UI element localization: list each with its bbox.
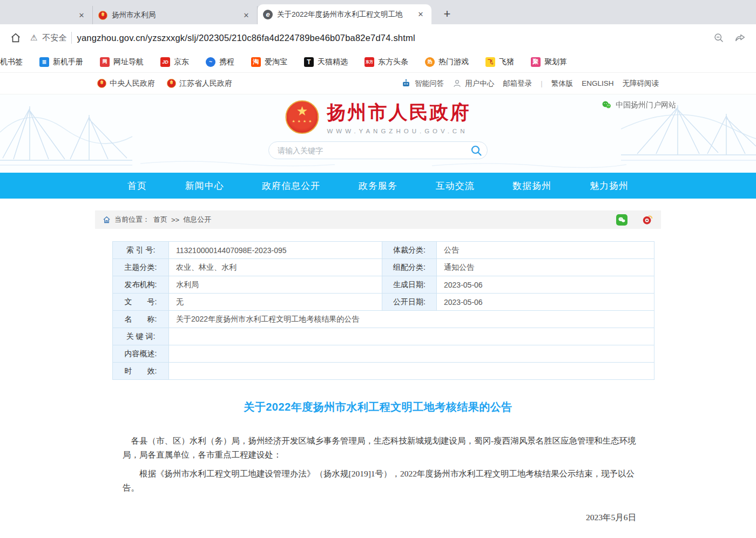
tab-partial[interactable]: ✕ <box>0 6 93 24</box>
site-logo[interactable]: 扬州市人民政府 WWW.YANGZHOU.GOV.CN <box>286 100 471 134</box>
nav-charm[interactable]: 魅力扬州 <box>590 180 629 192</box>
new-tab-button[interactable]: + <box>439 6 455 22</box>
site-url: WWW.YANGZHOU.GOV.CN <box>327 128 471 134</box>
nav-interaction[interactable]: 互动交流 <box>436 180 475 192</box>
fliggy-icon: 飞 <box>485 57 495 67</box>
game-icon: 热 <box>425 57 435 67</box>
bookmark-dongfangtoutiao[interactable]: 东方 东方头条 <box>360 57 413 67</box>
search-icon[interactable] <box>470 144 483 157</box>
bookmark-xinjishouce[interactable]: ≣ 新机手册 <box>35 57 88 67</box>
table-row: 内容概述: <box>113 345 654 363</box>
gov-link-label: 中央人民政府 <box>110 79 155 88</box>
national-emblem-icon <box>286 100 319 134</box>
bookmark-tianmao[interactable]: T 天猫精选 <box>299 57 353 67</box>
page-content: 当前位置： 首页 >> 信息公开 索 引 号: 1132100001 <box>95 210 661 538</box>
link-accessibility[interactable]: 无障碍阅读 <box>623 79 659 88</box>
nav-home[interactable]: 首页 <box>127 180 147 192</box>
jd-icon: JD <box>160 57 170 67</box>
table-row: 索 引 号: 11321000014407098E-2023-095 体裁分类:… <box>113 242 654 259</box>
meta-value: 水利局 <box>169 276 382 294</box>
url-field[interactable]: ⚠ 不安全 yangzhou.gov.cn/yzszxxgk/slj/20230… <box>30 32 705 44</box>
home-icon[interactable] <box>103 216 111 224</box>
gov-emblem-icon <box>97 79 106 88</box>
portal-link[interactable]: 中国扬州门户网站 <box>602 100 676 110</box>
meta-label: 组配分类: <box>382 259 437 276</box>
table-row: 发布机构: 水利局 生成日期: 2023-05-06 <box>113 276 654 294</box>
meta-label: 生成日期: <box>382 276 437 294</box>
bookmark-label: 飞猪 <box>499 57 514 67</box>
bookmark-label: 新机手册 <box>53 57 83 67</box>
breadcrumb-current-link[interactable]: 信息公开 <box>183 215 211 224</box>
share-icon[interactable] <box>734 32 746 44</box>
robot-icon <box>401 78 411 89</box>
warning-icon[interactable]: ⚠ <box>30 33 37 43</box>
tab-shuiliju[interactable]: 扬州市水利局 ✕ <box>93 6 258 24</box>
table-row: 时 效: <box>113 363 654 380</box>
bookmark-juhuasuan[interactable]: 聚 聚划算 <box>526 57 572 67</box>
site-name: 扬州市人民政府 <box>327 100 471 125</box>
table-row: 主题分类: 农业、林业、水利 组配分类: 通知公告 <box>113 259 654 276</box>
link-smart-qa[interactable]: 智能问答 <box>401 78 444 89</box>
security-label: 不安全 <box>42 33 66 43</box>
bookmark-remenyouxi[interactable]: 热 热门游戏 <box>420 57 474 67</box>
link-traditional[interactable]: 繁体版 <box>551 79 573 88</box>
bookmark-label: 东方头条 <box>378 57 408 67</box>
document-meta-table: 索 引 号: 11321000014407098E-2023-095 体裁分类:… <box>112 241 654 380</box>
link-mail-login[interactable]: 邮箱登录 <box>503 79 532 88</box>
bookmark-wangzhidaohang[interactable]: 网 网址导航 <box>95 57 148 67</box>
wechat-icon <box>602 100 612 110</box>
link-user-center[interactable]: 用户中心 <box>453 79 494 88</box>
nav-data[interactable]: 数据扬州 <box>512 180 551 192</box>
bookmark-jingdong[interactable]: JD 京东 <box>156 57 194 67</box>
weibo-share-icon[interactable] <box>642 214 653 226</box>
meta-label: 文 号: <box>113 294 169 311</box>
east-news-icon: 东方 <box>364 57 374 67</box>
home-icon[interactable] <box>10 32 22 44</box>
meta-value: 2023-05-06 <box>437 294 654 311</box>
browser-tab-strip: ✕ 扬州市水利局 ✕ e 关于2022年度扬州市水利工程文明工地 ✕ + <box>0 0 756 24</box>
link-jiangsu-gov[interactable]: 江苏省人民政府 <box>167 79 232 88</box>
bookmark-label: 网址导航 <box>113 57 144 67</box>
close-icon[interactable]: ✕ <box>415 9 426 20</box>
search-bar[interactable] <box>268 141 488 159</box>
bookmark-label: 热门游戏 <box>438 57 469 67</box>
close-icon[interactable]: ✕ <box>76 10 87 21</box>
table-row: 名 称: 关于2022年度扬州市水利工程文明工地考核结果的公告 <box>113 311 654 328</box>
tab-active-announcement[interactable]: e 关于2022年度扬州市水利工程文明工地 ✕ <box>258 4 431 24</box>
meta-label: 体裁分类: <box>382 242 437 259</box>
address-bar: ⚠ 不安全 yangzhou.gov.cn/yzszxxgk/slj/20230… <box>0 24 756 51</box>
bookmarks-bar: 机书签 ≣ 新机手册 网 网址导航 JD 京东 ~ 携程 淘 爱淘宝 T 天猫精… <box>0 51 756 73</box>
bookmark-label: 爱淘宝 <box>265 57 287 67</box>
browser-logo-icon: e <box>263 10 273 19</box>
nav-news[interactable]: 新闻中心 <box>185 180 224 192</box>
meta-label: 内容概述: <box>113 345 169 363</box>
search-input[interactable] <box>278 146 470 155</box>
bookmark-xiecheng[interactable]: ~ 携程 <box>201 57 239 67</box>
breadcrumb-home-link[interactable]: 首页 <box>153 215 167 224</box>
site-banner: 扬州市人民政府 WWW.YANGZHOU.GOV.CN 中国扬州门户网站 <box>0 94 756 173</box>
divider <box>71 32 72 44</box>
wechat-share-icon[interactable] <box>616 214 627 226</box>
url-text[interactable]: yangzhou.gov.cn/yzszxxgk/slj/202305/210c… <box>77 33 415 43</box>
meta-label: 名 称: <box>113 311 169 328</box>
tab-title: 关于2022年度扬州市水利工程文明工地 <box>277 10 411 19</box>
zoom-out-icon[interactable] <box>713 32 725 44</box>
smart-qa-label: 智能问答 <box>415 79 444 88</box>
breadcrumb-prefix: 当前位置： <box>114 215 150 224</box>
user-center-label: 用户中心 <box>465 79 494 88</box>
meta-value: 11321000014407098E-2023-095 <box>169 242 382 259</box>
bookmark-feizhu[interactable]: 飞 飞猪 <box>481 57 519 67</box>
bookmark-aitaobao[interactable]: 淘 爱淘宝 <box>246 57 292 67</box>
close-icon[interactable]: ✕ <box>241 10 252 21</box>
link-central-gov[interactable]: 中央人民政府 <box>97 79 155 88</box>
bookmark-jishuqian[interactable]: 机书签 <box>0 57 28 67</box>
bookmark-label: 聚划算 <box>544 57 567 67</box>
meta-value: 公告 <box>437 242 654 259</box>
link-english[interactable]: ENGLISH <box>582 79 613 87</box>
gov-top-bar: 中央人民政府 江苏省人民政府 智能问答 <box>0 73 756 94</box>
portal-label: 中国扬州门户网站 <box>616 100 676 110</box>
nav-services[interactable]: 政务服务 <box>359 180 397 192</box>
nav-info-disclosure[interactable]: 政府信息公开 <box>262 180 320 192</box>
gov-emblem-icon <box>98 11 107 20</box>
table-row: 文 号: 无 公开日期: 2023-05-06 <box>113 294 654 311</box>
